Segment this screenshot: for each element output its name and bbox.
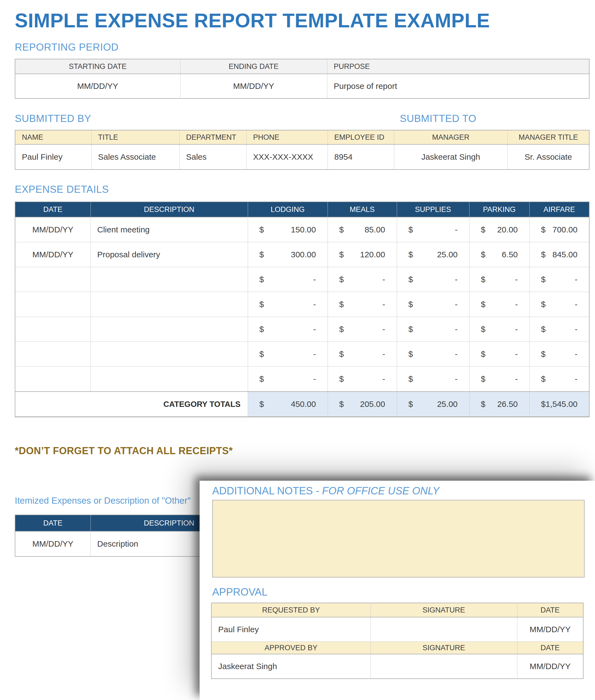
supplies-amount-cell[interactable]: $- bbox=[397, 342, 469, 367]
ending-date-value[interactable]: MM/DD/YY bbox=[180, 74, 327, 99]
currency-symbol: $ bbox=[259, 399, 264, 409]
airfare-header: AIRFARE bbox=[529, 202, 589, 217]
lodging-amount-cell[interactable]: $- bbox=[248, 317, 328, 342]
lodging-amount-cell[interactable]: $150.00 bbox=[248, 217, 328, 242]
category-totals-row: CATEGORY TOTALS $450.00 $205.00 $25.00 $… bbox=[15, 392, 589, 417]
signature-header: SIGNATURE bbox=[370, 603, 517, 617]
airfare-amount-cell[interactable]: $- bbox=[529, 342, 589, 367]
date-cell[interactable] bbox=[15, 342, 90, 367]
requested-by-header: REQUESTED BY bbox=[211, 603, 370, 617]
name-value[interactable]: Paul Finley bbox=[15, 144, 91, 170]
date-header: DATE bbox=[517, 642, 583, 654]
table-row: STARTING DATE ENDING DATE PURPOSE bbox=[15, 59, 589, 74]
airfare-amount-cell[interactable]: $- bbox=[529, 292, 589, 317]
meals-amount-cell[interactable]: $- bbox=[328, 292, 397, 317]
phone-value[interactable]: XXX-XXX-XXXX bbox=[246, 144, 328, 170]
currency-symbol: $ bbox=[541, 275, 546, 284]
airfare-amount-cell[interactable]: $- bbox=[529, 367, 589, 392]
supplies-amount-cell[interactable]: $- bbox=[397, 267, 469, 292]
meals-total-cell: $205.00 bbox=[328, 392, 397, 417]
description-cell[interactable] bbox=[90, 317, 248, 342]
expense-row: $- $- $- $- $- bbox=[15, 367, 589, 392]
description-cell[interactable]: Proposal delivery bbox=[90, 242, 248, 267]
airfare-amount-cell[interactable]: $700.00 bbox=[529, 217, 589, 242]
currency-symbol: $ bbox=[408, 250, 413, 259]
phone-header: PHONE bbox=[246, 130, 328, 144]
date-cell[interactable]: MM/DD/YY bbox=[15, 531, 90, 556]
meals-amount-cell[interactable]: $85.00 bbox=[328, 217, 397, 242]
date-cell[interactable] bbox=[15, 367, 90, 392]
parking-amount-cell[interactable]: $- bbox=[469, 317, 529, 342]
description-cell[interactable] bbox=[90, 367, 248, 392]
additional-notes-box[interactable] bbox=[212, 500, 585, 578]
currency-symbol: $ bbox=[339, 250, 344, 259]
expense-row: $- $- $- $- $- bbox=[15, 342, 589, 367]
meals-amount-cell[interactable]: $120.00 bbox=[328, 242, 397, 267]
manager-value[interactable]: Jaskeerat Singh bbox=[394, 144, 508, 170]
parking-amount-cell[interactable]: $6.50 bbox=[469, 242, 529, 267]
meals-amount-cell[interactable]: $- bbox=[328, 317, 397, 342]
lodging-total-cell: $450.00 bbox=[248, 392, 328, 417]
airfare-amount-cell[interactable]: $- bbox=[529, 267, 589, 292]
lodging-amount-cell[interactable]: $- bbox=[248, 292, 328, 317]
parking-amount-cell[interactable]: $20.00 bbox=[469, 217, 529, 242]
approved-by-header: APPROVED BY bbox=[211, 642, 370, 654]
lodging-amount-cell[interactable]: $300.00 bbox=[248, 242, 328, 267]
manager-title-header: MANAGER TITLE bbox=[508, 130, 589, 144]
date-cell[interactable]: MM/DD/YY bbox=[15, 217, 90, 242]
lodging-amount-cell[interactable]: $- bbox=[248, 267, 328, 292]
currency-symbol: $ bbox=[408, 349, 413, 359]
currency-symbol: $ bbox=[408, 225, 413, 234]
supplies-amount-cell[interactable]: $- bbox=[397, 367, 469, 392]
employee-id-value[interactable]: 8954 bbox=[328, 144, 394, 170]
parking-amount-cell[interactable]: $- bbox=[469, 342, 529, 367]
date-cell[interactable]: MM/DD/YY bbox=[15, 242, 90, 267]
description-cell[interactable] bbox=[90, 342, 248, 367]
approved-date-cell[interactable]: MM/DD/YY bbox=[517, 654, 583, 679]
description-cell[interactable] bbox=[90, 267, 248, 292]
additional-notes-heading-italic: FOR OFFICE USE ONLY bbox=[322, 485, 440, 497]
airfare-amount-cell[interactable]: $- bbox=[529, 317, 589, 342]
supplies-amount-cell[interactable]: $- bbox=[397, 217, 469, 242]
currency-symbol: $ bbox=[259, 225, 264, 234]
lodging-amount-cell[interactable]: $- bbox=[248, 342, 328, 367]
supplies-amount-cell[interactable]: $25.00 bbox=[397, 242, 469, 267]
supplies-total-cell: $25.00 bbox=[397, 392, 469, 417]
lodging-amount-cell[interactable]: $- bbox=[248, 367, 328, 392]
supplies-amount-cell[interactable]: $- bbox=[397, 317, 469, 342]
reporting-period-heading: REPORTING PERIOD bbox=[15, 41, 118, 53]
title-value[interactable]: Sales Associate bbox=[91, 144, 179, 170]
approved-signature-cell[interactable] bbox=[370, 654, 517, 679]
supplies-amount-cell[interactable]: $- bbox=[397, 292, 469, 317]
parking-amount-cell[interactable]: $- bbox=[469, 292, 529, 317]
meals-amount-cell[interactable]: $- bbox=[328, 267, 397, 292]
date-cell[interactable] bbox=[15, 317, 90, 342]
starting-date-value[interactable]: MM/DD/YY bbox=[15, 74, 180, 99]
supplies-header: SUPPLIES bbox=[397, 202, 469, 217]
meals-amount-cell[interactable]: $- bbox=[328, 367, 397, 392]
currency-symbol: $ bbox=[339, 349, 344, 359]
parking-amount-cell[interactable]: $- bbox=[469, 367, 529, 392]
lodging-header: LODGING bbox=[248, 202, 328, 217]
additional-notes-heading-main: ADDITIONAL NOTES - bbox=[212, 485, 322, 497]
table-row: Paul Finley MM/DD/YY bbox=[211, 617, 583, 642]
approved-by-name[interactable]: Jaskeerat Singh bbox=[211, 654, 370, 679]
currency-symbol: $ bbox=[481, 250, 486, 259]
category-totals-label: CATEGORY TOTALS bbox=[15, 392, 248, 417]
name-header: NAME bbox=[15, 130, 91, 144]
requested-by-name[interactable]: Paul Finley bbox=[211, 617, 370, 642]
description-cell[interactable]: Client meeting bbox=[90, 217, 248, 242]
requested-date-cell[interactable]: MM/DD/YY bbox=[517, 617, 583, 642]
meals-amount-cell[interactable]: $- bbox=[328, 342, 397, 367]
description-cell[interactable] bbox=[90, 292, 248, 317]
date-cell[interactable] bbox=[15, 292, 90, 317]
date-cell[interactable] bbox=[15, 267, 90, 292]
manager-title-value[interactable]: Sr. Associate bbox=[508, 144, 589, 170]
requested-signature-cell[interactable] bbox=[370, 617, 517, 642]
expense-details-heading: EXPENSE DETAILS bbox=[15, 184, 109, 195]
purpose-value[interactable]: Purpose of report bbox=[327, 74, 589, 99]
airfare-amount-cell[interactable]: $845.00 bbox=[529, 242, 589, 267]
parking-amount-cell[interactable]: $- bbox=[469, 267, 529, 292]
currency-symbol: $ bbox=[481, 349, 486, 359]
department-value[interactable]: Sales bbox=[179, 144, 246, 170]
